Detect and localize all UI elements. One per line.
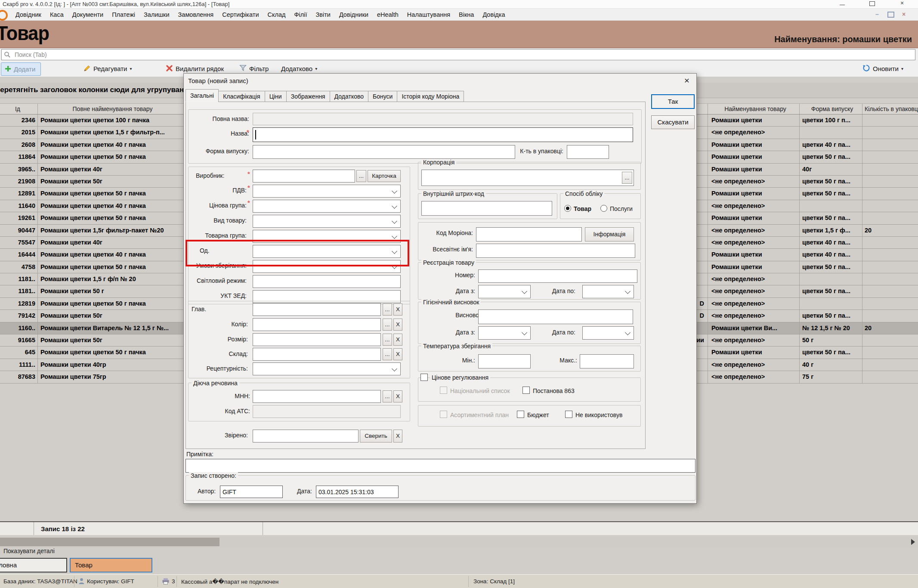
dialog-tab-1[interactable]: Класифікація (218, 91, 265, 102)
price-regulation-checkbox[interactable] (420, 374, 428, 381)
not-used-checkbox[interactable] (565, 411, 572, 418)
menu-item-7[interactable]: Склад (263, 11, 290, 18)
corporation-ellipsis-button[interactable]: ... (622, 172, 632, 184)
internal-barcode-input[interactable] (421, 201, 552, 216)
menu-item-13[interactable]: Вікна (454, 11, 478, 18)
size-ellipsis-button[interactable]: ... (383, 334, 392, 346)
menu-item-11[interactable]: eHealth (373, 11, 403, 18)
main-ellipsis-button[interactable]: ... (383, 303, 392, 316)
dialog-tab-3[interactable]: Зображення (286, 91, 330, 102)
reg-date-from-select[interactable] (478, 285, 531, 298)
goods-radio-label[interactable]: Товар (574, 205, 591, 212)
prescription-select[interactable] (253, 362, 401, 375)
verified-input[interactable] (253, 430, 359, 443)
add-button[interactable]: Додати (1, 62, 41, 76)
information-button[interactable]: Інформація (585, 227, 634, 241)
menu-item-6[interactable]: Сертифікати (218, 11, 263, 18)
dialog-tab-6[interactable]: Історія коду Моріона (397, 91, 464, 102)
manufacturer-input[interactable] (253, 170, 355, 183)
color-clear-button[interactable]: X (393, 319, 402, 331)
pack-qty-input[interactable] (567, 145, 609, 159)
light-mode-input[interactable] (253, 275, 401, 288)
menu-item-4[interactable]: Залишки (139, 11, 173, 18)
dialog-close-icon[interactable]: × (684, 75, 689, 86)
cancel-button[interactable]: Скасувати (651, 115, 695, 129)
conclusion-input[interactable] (478, 309, 633, 324)
dialog-tab-5[interactable]: Бонуси (368, 91, 397, 102)
menu-item-8[interactable]: Філії (290, 11, 311, 18)
author-input[interactable] (220, 486, 283, 498)
color-input[interactable] (253, 318, 381, 331)
maximize-icon[interactable] (869, 1, 875, 6)
size-input[interactable] (253, 333, 381, 346)
column-header-name[interactable]: Найменування товару (708, 104, 800, 114)
product-kind-select[interactable] (253, 215, 401, 228)
ok-button[interactable]: Так (651, 94, 695, 109)
budget-label[interactable]: Бюджет (527, 412, 549, 418)
warehouse-input[interactable] (253, 348, 381, 361)
main-clear-button[interactable]: X (393, 303, 402, 316)
menu-item-5[interactable]: Замовлення (174, 11, 218, 18)
services-radio-label[interactable]: Послуги (610, 205, 633, 212)
refresh-button[interactable]: Оновити ▾ (862, 62, 903, 75)
column-header-form[interactable]: Форма випуску (800, 104, 862, 114)
dialog-tab-2[interactable]: Ціни (265, 91, 287, 102)
min-input[interactable] (478, 354, 531, 368)
hyg-date-to-select[interactable] (582, 326, 634, 340)
created-date-input[interactable] (316, 486, 399, 498)
corporation-input[interactable] (421, 170, 634, 186)
verified-clear-button[interactable]: X (393, 430, 402, 443)
manufacturer-ellipsis-button[interactable]: ... (356, 170, 366, 182)
morion-code-input[interactable] (476, 227, 582, 241)
card-button[interactable]: Карточка (368, 170, 401, 182)
price-regulation-label[interactable]: Цінове регулювання (430, 374, 490, 381)
mdi-close-icon[interactable]: × (902, 11, 906, 18)
tab-main[interactable]: Головна (0, 558, 67, 573)
services-radio[interactable] (600, 205, 607, 212)
close-icon[interactable]: × (900, 0, 904, 6)
warehouse-clear-button[interactable]: X (393, 348, 402, 360)
column-header-full-name[interactable]: Повне найменування товару (38, 104, 185, 114)
hyg-date-from-select[interactable] (478, 326, 531, 340)
max-input[interactable] (580, 354, 634, 368)
goods-radio[interactable] (564, 205, 571, 212)
release-form-input[interactable] (253, 145, 515, 159)
note-input[interactable] (185, 459, 695, 473)
menu-item-1[interactable]: Каса (46, 11, 68, 18)
world-name-input[interactable] (476, 244, 635, 258)
resolution-863-label[interactable]: Постанова 863 (533, 387, 575, 394)
verify-button[interactable]: Сверить (360, 430, 392, 443)
menu-item-12[interactable]: Налаштування (403, 11, 454, 18)
horizontal-scrollbar[interactable] (0, 536, 918, 548)
mnn-clear-button[interactable]: X (393, 390, 402, 402)
search-input[interactable] (1, 49, 915, 60)
mnn-ellipsis-button[interactable]: ... (383, 390, 392, 402)
menu-item-14[interactable]: Довідка (478, 11, 509, 18)
reg-number-input[interactable] (478, 269, 637, 283)
menu-item-0[interactable]: Довідник (11, 11, 46, 18)
menu-item-2[interactable]: Документи (68, 11, 108, 18)
budget-checkbox[interactable] (517, 411, 524, 418)
vat-select[interactable] (253, 185, 401, 198)
column-header-id[interactable]: Ід (0, 104, 38, 114)
column-header-qty[interactable]: Кількість в упаковці (862, 104, 918, 114)
tab-product[interactable]: Товар (70, 558, 152, 573)
not-used-label[interactable]: Не використовув (575, 412, 631, 418)
dialog-tab-0[interactable]: Загальні (185, 89, 219, 102)
minimize-icon[interactable]: — (840, 2, 845, 7)
size-clear-button[interactable]: X (393, 334, 402, 346)
menu-item-3[interactable]: Платежі (108, 11, 139, 18)
menu-item-10[interactable]: Довідники (335, 11, 373, 18)
warehouse-ellipsis-button[interactable]: ... (383, 348, 392, 360)
mnn-input[interactable] (253, 390, 381, 403)
edit-button[interactable]: Редагувати ▾ (83, 62, 132, 75)
mdi-restore-icon[interactable] (887, 12, 894, 18)
mdi-minimize-icon[interactable]: – (875, 11, 879, 18)
color-ellipsis-button[interactable]: ... (383, 319, 392, 331)
reg-date-to-select[interactable] (582, 285, 634, 298)
price-group-select[interactable] (253, 200, 401, 213)
scrollbar-right-arrow-icon[interactable] (911, 539, 915, 545)
menu-item-9[interactable]: Звіти (311, 11, 334, 18)
resolution-863-checkbox[interactable] (522, 387, 530, 394)
scrollbar-thumb[interactable] (0, 538, 219, 546)
